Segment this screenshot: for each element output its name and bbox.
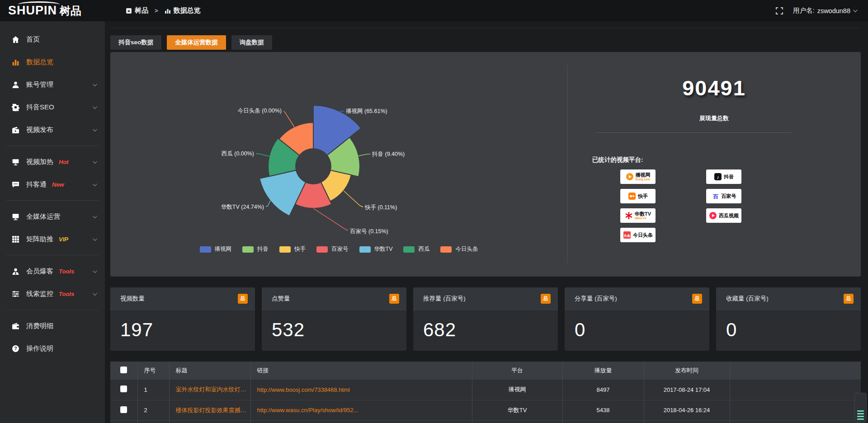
chevron-down-icon (93, 127, 97, 132)
sidebar-item-help[interactable]: ?操作说明 (0, 337, 105, 360)
header-time: 发布时间 (644, 362, 730, 380)
sidebar-item-grid[interactable]: 矩阵助推VIP (0, 228, 105, 250)
legend-item-3[interactable]: 百家号 (316, 245, 349, 253)
sidebar-item-label: 操作说明 (26, 344, 53, 353)
pie-label-6: 今日头条 (0.00%) (238, 108, 282, 114)
legend-item-2[interactable]: 快手 (279, 245, 306, 253)
row-checkbox[interactable] (120, 385, 127, 392)
sidebar-item-label: 抖音SEO (26, 103, 54, 112)
sidebar-item-video[interactable]: 视频发布 (0, 118, 105, 141)
pie-label-5: 西瓜 (0.00%) (222, 150, 254, 157)
legend-item-1[interactable]: 抖音 (242, 245, 269, 253)
scroll-widget[interactable] (854, 393, 867, 423)
sidebar-item-screen[interactable]: 视频加热Hot (0, 150, 105, 173)
tab-2[interactable]: 询盘数据 (231, 35, 272, 50)
sidebar-divider (6, 146, 99, 146)
sidebar-item-chat[interactable]: 抖客通New (0, 173, 105, 196)
sidebar-divider (6, 200, 99, 201)
cell-link[interactable]: http://www.wasu.cn/Play/show/id/952... (250, 400, 472, 420)
app-logo[interactable]: SHUPIN 树品 (0, 0, 105, 21)
pie-hole (295, 148, 331, 184)
legend-label: 播视网 (215, 245, 232, 253)
platform-badge-douyin: ♪抖音 (706, 169, 741, 184)
platform-sub: wasu.cn (635, 216, 646, 220)
monitor-icon (12, 213, 19, 221)
stat-card-header: 分享量 (百家号)总 (565, 287, 709, 310)
sidebar-divider (6, 310, 99, 310)
data-table: 序号标题链接平台播放量发布时间1室外水纹灯和室内水纹灯的区别和简介http://… (110, 362, 861, 423)
stat-card-label: 推荐量 (百家号) (423, 295, 466, 303)
row-checkbox[interactable] (120, 406, 127, 413)
platform-name: 今日头条 (633, 233, 653, 238)
pie-label-3: 百家号 (0.15%) (350, 228, 388, 235)
header-platform: 平台 (472, 362, 562, 380)
breadcrumb-root[interactable]: 树品 (126, 6, 148, 15)
sidebar: 首页数据总览账号管理抖音SEO视频发布视频加热Hot抖客通New全媒体运营矩阵助… (0, 21, 105, 423)
sidebar-item-user[interactable]: 账号管理 (0, 73, 105, 96)
platform-badge-baijiahao: 百百家号 (706, 189, 741, 203)
cell-index: 1 (137, 380, 169, 400)
help-icon: ? (12, 345, 19, 352)
user-menu[interactable]: 用户名: zswodun88 (793, 6, 856, 15)
platform-sub: boosj.com (636, 178, 651, 181)
sidebar-item-chart[interactable]: 数据总览 (0, 51, 105, 73)
cell-platform: 华数TV (472, 400, 562, 420)
sidebar-item-badge: Tools (59, 268, 74, 275)
chevron-down-icon (93, 82, 97, 86)
chevron-down-icon (93, 159, 97, 164)
pie-label-2: 快手 (0.11%) (364, 204, 397, 211)
legend-item-4[interactable]: 华数TV (359, 245, 393, 253)
table-row: 2楼体投影灯投影效果震撼上市http://www.wasu.cn/Play/sh… (110, 400, 861, 420)
chevron-down-icon (93, 104, 97, 109)
platform-name: 百家号 (722, 194, 736, 199)
legend-item-6[interactable]: 今日头条 (440, 245, 478, 253)
total-badge: 总 (692, 294, 702, 304)
breadcrumb-current[interactable]: 数据总览 (165, 6, 201, 15)
wallet-icon (12, 322, 19, 330)
header-select (110, 362, 137, 380)
legend-item-5[interactable]: 西瓜 (403, 245, 429, 253)
fullscreen-icon[interactable] (776, 7, 783, 14)
chevron-down-icon (93, 268, 97, 273)
total-badge: 总 (541, 294, 551, 304)
sidebar-item-sliders[interactable]: 线索监控Tools (0, 282, 105, 305)
stat-card-value: 0 (716, 310, 861, 341)
cell-title[interactable]: 室外水纹灯和室内水纹灯的区别和简介 (169, 380, 250, 400)
platforms-title: 已统计的视频平台: (592, 156, 643, 164)
legend-item-0[interactable]: 播视网 (200, 245, 232, 253)
tab-0[interactable]: 抖音seo数据 (110, 35, 161, 50)
username-label: 用户名: (793, 6, 815, 15)
summary-divider (595, 132, 791, 133)
logo-arc (18, 1, 60, 8)
sidebar-item-label: 首页 (26, 35, 40, 44)
stat-card-2: 推荐量 (百家号)总682 (413, 287, 558, 351)
douyin-logo-icon: ♪ (714, 173, 722, 181)
overview-panel: 播视网 (65.61%)抖音 (9.40%)快手 (0.11%)百家号 (0.1… (110, 52, 861, 277)
chart-legend: 播视网抖音快手百家号华数TV西瓜今日头条 (110, 245, 567, 253)
chevron-down-icon (93, 236, 97, 241)
cell-link[interactable]: http://www.boosj.com/7338468.html (250, 380, 472, 400)
stat-card-header: 视频数量总 (110, 287, 255, 310)
stat-card-value: 532 (262, 310, 406, 341)
cell-extra (730, 380, 861, 400)
sidebar-item-wallet[interactable]: 消费明细 (0, 315, 105, 337)
tab-1[interactable]: 全媒体运营数据 (167, 35, 226, 50)
pie-label-line-3 (313, 208, 348, 230)
sidebar-item-gear[interactable]: 抖音SEO (0, 96, 105, 118)
header-link: 链接 (250, 362, 472, 380)
sidebar-item-monitor[interactable]: 全媒体运营 (0, 205, 105, 228)
video-table: 序号标题链接平台播放量发布时间1室外水纹灯和室内水纹灯的区别和简介http://… (110, 362, 861, 423)
pie-label-line-4 (266, 201, 270, 207)
pie-label-1: 抖音 (9.40%) (372, 151, 405, 157)
platform-badge-wasu: 华数TVwasu.cn (620, 208, 656, 223)
platform-badge-boosj: 播视网boosj.com (620, 169, 656, 184)
table-header-row: 序号标题链接平台播放量发布时间 (110, 362, 861, 380)
sidebar-item-home[interactable]: 首页 (0, 28, 105, 51)
legend-label: 华数TV (374, 245, 393, 253)
stat-card-value: 0 (565, 310, 709, 341)
platform-column: 播视网boosj.com快手华数TVwasu.cn头条今日头条 (620, 169, 656, 242)
cell-platform: 播视网 (472, 380, 562, 400)
select-all-checkbox[interactable] (120, 367, 127, 373)
sidebar-item-member[interactable]: 会员爆客Tools (0, 260, 105, 282)
cell-title[interactable]: 楼体投影灯投影效果震撼上市 (169, 400, 250, 420)
